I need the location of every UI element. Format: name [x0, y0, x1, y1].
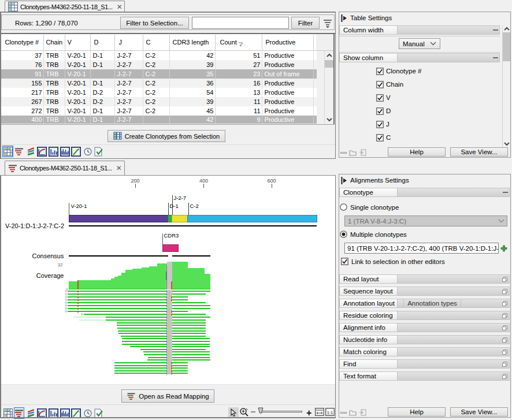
svg-text:400: 400 [199, 178, 207, 184]
svg-text:1:1: 1:1 [327, 410, 333, 415]
svg-text:600: 600 [267, 178, 276, 184]
svg-text:200: 200 [131, 178, 139, 184]
svg-text:J-2-7: J-2-7 [173, 195, 186, 201]
svg-text:D-1: D-1 [169, 203, 178, 209]
svg-text:V-20-1:D-1:J-2-7:C-2: V-20-1:D-1:J-2-7:C-2 [5, 222, 64, 229]
svg-text:C-2: C-2 [190, 203, 198, 209]
svg-text:Consensus: Consensus [32, 252, 64, 259]
svg-text:Coverage: Coverage [36, 272, 64, 279]
svg-text:V-20-1: V-20-1 [71, 203, 87, 209]
svg-text:CDR3: CDR3 [164, 232, 179, 239]
svg-text:32: 32 [57, 262, 62, 267]
